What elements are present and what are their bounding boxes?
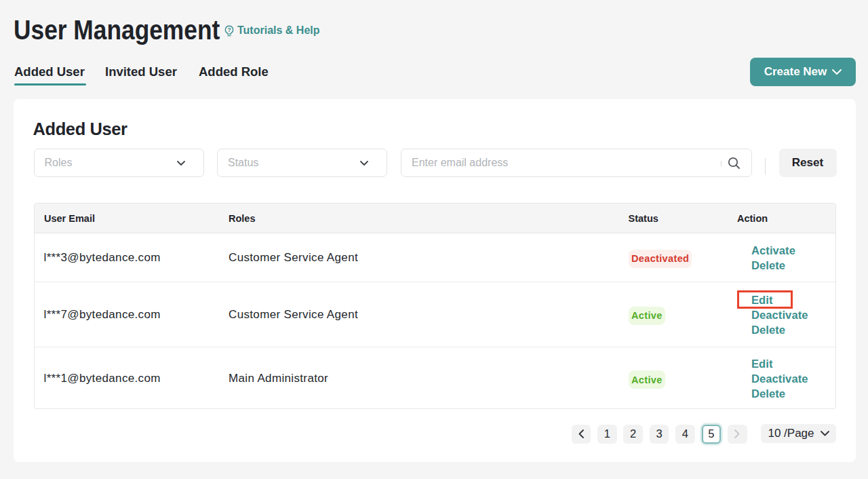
svg-text:?: ? <box>227 26 231 33</box>
